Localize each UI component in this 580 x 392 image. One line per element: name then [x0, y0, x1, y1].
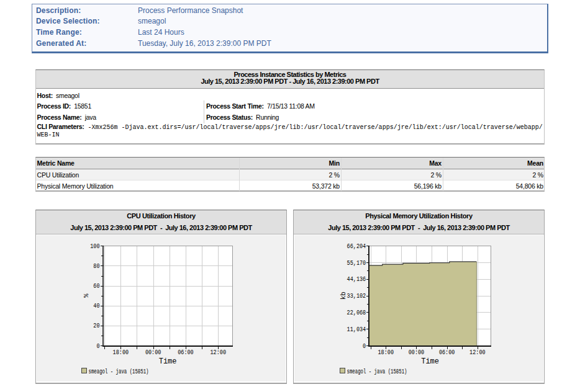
svg-text:smeagol - java (15851): smeagol - java (15851) — [347, 368, 407, 375]
svg-text:0: 0 — [96, 343, 99, 350]
svg-text:00:00: 00:00 — [145, 349, 161, 356]
svg-text:%: % — [83, 293, 90, 298]
svg-text:Time: Time — [421, 357, 439, 366]
svg-text:12:00: 12:00 — [211, 349, 227, 356]
svg-text:66,204: 66,204 — [347, 243, 366, 250]
svg-text:18:00: 18:00 — [113, 349, 129, 356]
svg-text:20: 20 — [93, 323, 99, 329]
svg-text:00:00: 00:00 — [409, 349, 425, 356]
svg-text:11,034: 11,034 — [347, 326, 366, 333]
svg-text:33,102: 33,102 — [347, 293, 366, 300]
svg-text:06:00: 06:00 — [439, 349, 455, 356]
svg-text:smeagol - java (15851): smeagol - java (15851) — [89, 368, 149, 375]
svg-text:12:00: 12:00 — [469, 349, 486, 356]
svg-text:80: 80 — [93, 263, 99, 270]
svg-text:06:00: 06:00 — [178, 349, 194, 356]
svg-text:kb: kb — [340, 292, 347, 300]
svg-text:60: 60 — [93, 283, 99, 290]
svg-text:Time: Time — [159, 357, 177, 366]
svg-text:44,136: 44,136 — [347, 276, 366, 283]
svg-text:100: 100 — [90, 243, 99, 250]
svg-text:18:00: 18:00 — [378, 349, 394, 356]
svg-text:40: 40 — [93, 303, 99, 310]
svg-text:0: 0 — [363, 343, 366, 350]
svg-text:22,068: 22,068 — [347, 310, 366, 316]
svg-text:55,170: 55,170 — [347, 260, 366, 267]
